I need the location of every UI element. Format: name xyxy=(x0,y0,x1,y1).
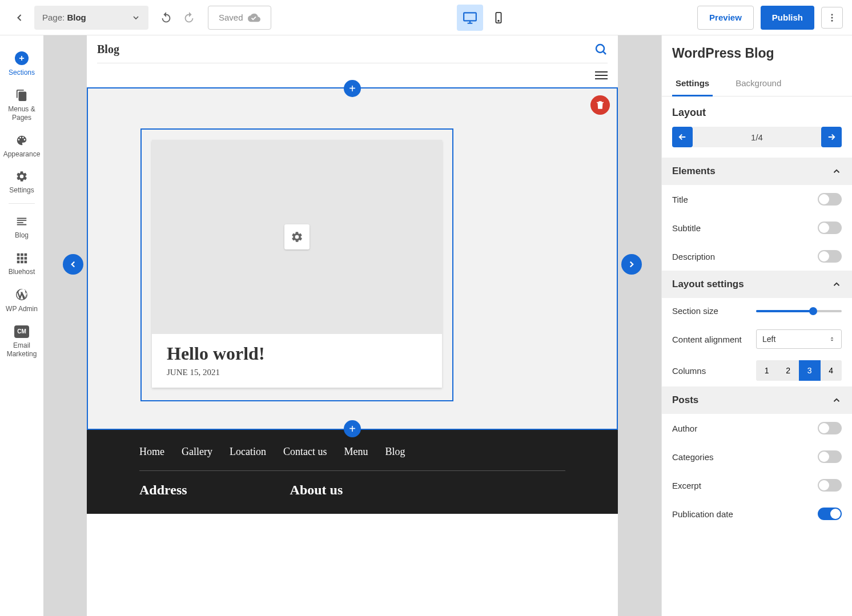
right-settings-panel: WordPress Blog Settings Background Layou… xyxy=(661,35,852,616)
preview-button[interactable]: Preview xyxy=(697,6,754,30)
undo-button[interactable] xyxy=(160,11,172,24)
subtitle-toggle[interactable] xyxy=(818,222,842,234)
sidebar-item-email-marketing[interactable]: CM Email Marketing xyxy=(0,320,43,365)
svg-rect-8 xyxy=(25,253,27,256)
svg-rect-12 xyxy=(17,260,20,263)
toggle-label: Publication date xyxy=(672,509,733,519)
mobile-view-button[interactable] xyxy=(485,5,512,31)
sidebar-item-label: WP Admin xyxy=(6,305,38,314)
tab-settings[interactable]: Settings xyxy=(672,71,713,96)
footer-heading-address: Address xyxy=(139,482,187,498)
publication-date-toggle[interactable] xyxy=(818,508,842,520)
left-sidebar: Sections Menus & Pages Appearance Settin… xyxy=(0,35,43,616)
back-button[interactable] xyxy=(9,7,30,28)
undo-redo-group xyxy=(160,11,195,24)
toggle-label: Title xyxy=(672,195,688,204)
footer-nav-link[interactable]: Blog xyxy=(385,446,405,458)
svg-rect-0 xyxy=(464,13,476,21)
svg-rect-10 xyxy=(21,257,23,260)
sidebar-item-label: Email Marketing xyxy=(0,341,43,359)
sidebar-item-label: Settings xyxy=(9,186,34,195)
pages-icon xyxy=(15,89,28,102)
footer-nav-link[interactable]: Menu xyxy=(344,446,368,458)
blog-post-image-placeholder xyxy=(152,140,442,334)
content-alignment-row: Content alignment Left xyxy=(662,324,852,355)
preview-site-title: Blog xyxy=(97,43,119,56)
text-lines-icon xyxy=(15,215,28,228)
sidebar-item-label: Menus & Pages xyxy=(0,105,43,123)
sidebar-item-settings[interactable]: Settings xyxy=(0,164,43,201)
chevron-up-icon xyxy=(831,166,842,176)
toggle-row-subtitle: Subtitle xyxy=(662,214,852,242)
sidebar-item-label: Bluehost xyxy=(9,268,35,277)
delete-section-button[interactable] xyxy=(590,95,610,115)
blog-post-card-selected[interactable]: Hello world! JUNE 15, 2021 xyxy=(140,128,453,401)
svg-rect-13 xyxy=(21,260,23,263)
footer-nav-link[interactable]: Home xyxy=(139,446,164,458)
svg-point-3 xyxy=(831,14,833,15)
posts-group-header[interactable]: Posts xyxy=(662,386,852,414)
elements-group-header[interactable]: Elements xyxy=(662,158,852,185)
svg-rect-9 xyxy=(17,257,20,260)
desktop-view-button[interactable] xyxy=(457,5,483,31)
toggle-label: Author xyxy=(672,424,697,433)
svg-rect-7 xyxy=(21,253,23,256)
toggle-row-author: Author xyxy=(662,414,852,442)
title-toggle[interactable] xyxy=(818,193,842,206)
svg-point-4 xyxy=(831,17,833,18)
edit-element-button[interactable] xyxy=(284,224,310,249)
sidebar-item-wp-admin[interactable]: WP Admin xyxy=(0,282,43,320)
canvas-area: Blog + xyxy=(43,35,661,616)
sidebar-item-appearance[interactable]: Appearance xyxy=(0,128,43,165)
section-nav-next[interactable] xyxy=(621,254,642,275)
sidebar-item-sections[interactable]: Sections xyxy=(0,46,43,83)
author-toggle[interactable] xyxy=(818,422,842,434)
categories-toggle[interactable] xyxy=(818,450,842,463)
layout-settings-group-header[interactable]: Layout settings xyxy=(662,271,852,298)
cm-badge-icon: CM xyxy=(14,325,29,338)
toggle-label: Categories xyxy=(672,452,714,462)
page-selector-label: Page: Blog xyxy=(42,13,86,22)
add-section-above-button[interactable]: + xyxy=(344,80,361,97)
gear-icon xyxy=(15,170,28,183)
cloud-check-icon xyxy=(248,11,260,24)
chevron-down-icon xyxy=(131,13,140,22)
selected-blog-section[interactable]: + xyxy=(87,87,618,430)
tab-background[interactable]: Background xyxy=(732,71,785,96)
add-section-below-button[interactable]: + xyxy=(344,420,361,437)
columns-option-3[interactable]: 3 xyxy=(799,360,821,381)
group-label: Posts xyxy=(672,394,698,406)
columns-option-1[interactable]: 1 xyxy=(756,360,778,381)
footer-nav-link[interactable]: Location xyxy=(230,446,266,458)
sidebar-item-menus-pages[interactable]: Menus & Pages xyxy=(0,83,43,128)
more-options-button[interactable] xyxy=(821,7,843,29)
page-selector[interactable]: Page: Blog xyxy=(34,6,148,30)
columns-option-2[interactable]: 2 xyxy=(778,360,799,381)
layout-prev-button[interactable] xyxy=(672,127,693,147)
footer-nav-link[interactable]: Gallery xyxy=(182,446,212,458)
hamburger-menu-icon[interactable] xyxy=(595,71,608,79)
search-icon[interactable] xyxy=(594,42,608,56)
redo-button[interactable] xyxy=(183,11,195,24)
content-alignment-select[interactable]: Left xyxy=(756,329,842,349)
sidebar-item-bluehost[interactable]: Bluehost xyxy=(0,246,43,283)
sidebar-item-blog[interactable]: Blog xyxy=(0,210,43,246)
toggle-row-categories: Categories xyxy=(662,442,852,471)
layout-next-button[interactable] xyxy=(821,127,842,147)
footer-nav-link[interactable]: Contact us xyxy=(283,446,327,458)
section-size-row: Section size xyxy=(662,298,852,324)
svg-rect-11 xyxy=(25,257,27,260)
description-toggle[interactable] xyxy=(818,250,842,263)
columns-option-4[interactable]: 4 xyxy=(821,360,842,381)
columns-label: Columns xyxy=(672,366,706,376)
chevron-up-icon xyxy=(831,279,842,289)
svg-rect-6 xyxy=(17,253,20,256)
publish-button[interactable]: Publish xyxy=(761,6,814,30)
columns-row: Columns 1 2 3 4 xyxy=(662,355,852,386)
excerpt-toggle[interactable] xyxy=(818,479,842,492)
group-label: Elements xyxy=(672,166,716,177)
select-arrows-icon xyxy=(829,336,835,343)
section-size-slider[interactable] xyxy=(756,310,842,312)
section-nav-prev[interactable] xyxy=(63,254,83,275)
blog-post-title: Hello world! xyxy=(167,343,427,364)
